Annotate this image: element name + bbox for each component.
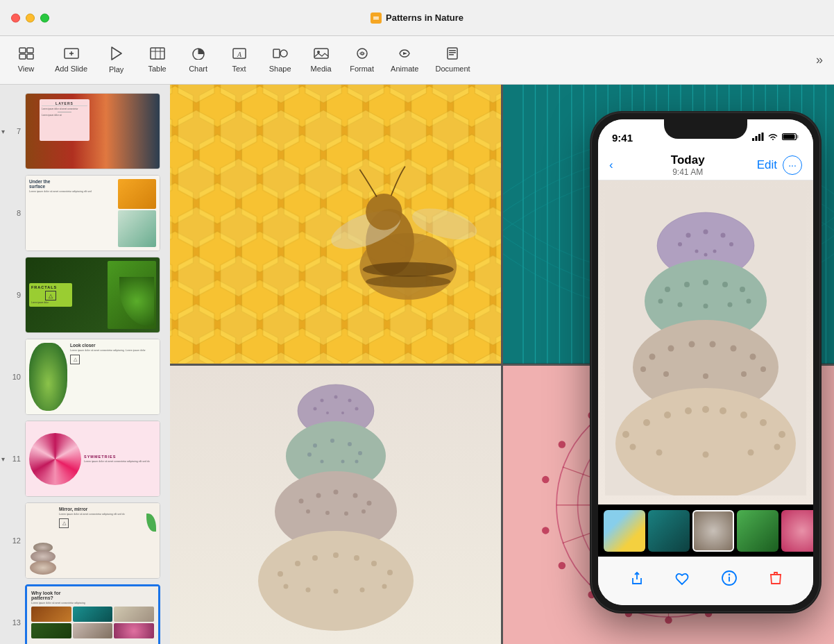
toolbar-text[interactable]: A Text xyxy=(220,43,258,77)
svg-point-175 xyxy=(704,229,708,234)
maximize-button[interactable] xyxy=(40,13,49,22)
svg-point-180 xyxy=(713,249,717,253)
slide-thumb-10[interactable]: Look closer Lorem ipsum dolor sit amet c… xyxy=(25,339,160,415)
svg-rect-27 xyxy=(449,50,456,51)
collapse-arrow-7[interactable]: ▾ xyxy=(1,128,5,135)
thumb-4[interactable] xyxy=(737,510,778,552)
toolbar-play[interactable]: Play xyxy=(97,42,135,78)
svg-point-214 xyxy=(778,431,785,438)
iphone-screen: 9:41 xyxy=(598,119,813,605)
title-bar: Patterns in Nature xyxy=(0,0,834,36)
svg-rect-6 xyxy=(27,54,33,59)
share-button[interactable] xyxy=(623,566,648,591)
slide-thumb-13[interactable]: Why look forpatterns? Lorem ipsum dolor … xyxy=(25,584,160,644)
svg-point-183 xyxy=(665,287,670,292)
svg-point-194 xyxy=(649,353,656,359)
toolbar-chart[interactable]: Chart xyxy=(179,43,217,77)
slide-item-8[interactable]: 8 Under thesurface Lorem ipsum dolor sit… xyxy=(0,172,170,254)
svg-point-187 xyxy=(740,287,745,292)
svg-point-102 xyxy=(354,555,359,561)
svg-point-20 xyxy=(280,50,287,57)
svg-point-88 xyxy=(298,499,303,504)
svg-point-123 xyxy=(559,561,565,568)
svg-point-73 xyxy=(348,399,351,402)
delete-button[interactable] xyxy=(763,566,788,591)
toolbar-media-label: Media xyxy=(311,65,332,73)
svg-point-213 xyxy=(760,419,767,426)
iphone-frame: 9:41 xyxy=(591,112,820,612)
play-icon xyxy=(110,46,123,64)
window-title-area: Patterns in Nature xyxy=(371,12,463,24)
svg-point-205 xyxy=(615,388,796,495)
canvas-area[interactable]: 9:41 xyxy=(170,85,834,644)
more-button[interactable]: ··· xyxy=(783,155,802,175)
svg-rect-0 xyxy=(372,14,380,22)
slide-item-10[interactable]: 10 Look closer Lorem ipsum dolor sit ame… xyxy=(0,336,170,418)
svg-rect-166 xyxy=(758,134,760,141)
toolbar-chart-label: Chart xyxy=(189,65,207,73)
toolbar-document[interactable]: Document xyxy=(428,43,477,77)
svg-point-41 xyxy=(366,194,402,230)
slide-item-9[interactable]: 9 FRACTALS △ Lorem ipsum dolor xyxy=(0,254,170,336)
slide-thumb-8[interactable]: Under thesurface Lorem ipsum dolor sit a… xyxy=(25,175,160,251)
svg-point-212 xyxy=(740,412,747,418)
back-button[interactable]: ‹ xyxy=(609,158,613,172)
svg-point-203 xyxy=(741,371,747,377)
photos-date: Today 9:41 AM xyxy=(619,153,757,177)
info-button[interactable] xyxy=(717,566,742,591)
svg-rect-11 xyxy=(151,48,164,59)
svg-rect-26 xyxy=(448,48,457,59)
animate-icon xyxy=(397,47,412,63)
svg-point-104 xyxy=(387,570,393,575)
svg-point-181 xyxy=(704,253,708,256)
slide-item-11[interactable]: ▾ 11 SYMMETRIES Lorem ipsum dolor sit am… xyxy=(0,418,170,500)
toolbar-view[interactable]: View xyxy=(7,43,45,77)
svg-point-103 xyxy=(371,561,377,566)
toolbar-animate[interactable]: Animate xyxy=(384,43,425,77)
svg-point-217 xyxy=(703,451,709,457)
shape-icon xyxy=(273,47,288,63)
collapse-arrow-11[interactable]: ▾ xyxy=(1,455,5,463)
svg-point-222 xyxy=(729,574,729,575)
toolbar-view-label: View xyxy=(18,65,35,73)
svg-point-106 xyxy=(305,588,310,593)
thumb-1[interactable] xyxy=(604,510,645,552)
svg-point-191 xyxy=(728,302,733,307)
slide-thumb-11[interactable]: SYMMETRIES Lorem ipsum dolor sit amet co… xyxy=(25,421,160,497)
svg-point-76 xyxy=(326,412,329,414)
svg-point-71 xyxy=(320,399,323,402)
thumb-5[interactable] xyxy=(781,510,813,552)
svg-point-176 xyxy=(721,232,726,237)
thumb-3[interactable] xyxy=(692,510,734,552)
toolbar-media[interactable]: Media xyxy=(302,43,340,77)
slide-thumb-7[interactable]: LAYERS Lorem ipsum dolor sit amet consec… xyxy=(25,93,160,169)
slide-item-7[interactable]: ▾ 7 LAYERS Lorem ipsum dolor sit amet co… xyxy=(0,90,170,172)
status-icons xyxy=(752,132,799,143)
close-button[interactable] xyxy=(11,13,20,22)
favorite-button[interactable] xyxy=(670,566,695,591)
edit-button[interactable]: Edit xyxy=(757,158,777,172)
svg-point-101 xyxy=(333,552,339,558)
svg-point-216 xyxy=(656,449,663,455)
svg-point-72 xyxy=(334,396,337,399)
slide-item-13[interactable]: 13 Why look forpatterns? Lorem ipsum dol… xyxy=(0,582,170,644)
slide-thumb-12[interactable]: Mirror, mirror Lorem ipsum dolor sit ame… xyxy=(25,502,160,579)
toolbar-add-slide[interactable]: Add Slide xyxy=(48,43,94,77)
slide-item-12[interactable]: 12 Mirror, mirror Lorem ipsum dolor sit … xyxy=(0,500,170,582)
svg-point-186 xyxy=(722,282,728,287)
minimize-button[interactable] xyxy=(26,13,35,22)
svg-point-79 xyxy=(313,443,317,448)
svg-point-197 xyxy=(710,341,716,347)
svg-point-107 xyxy=(333,589,338,594)
app-icon xyxy=(371,12,382,24)
toolbar-more-button[interactable]: » xyxy=(812,49,827,71)
toolbar-format[interactable]: Format xyxy=(343,43,381,77)
thumb-2[interactable] xyxy=(648,510,690,552)
traffic-lights xyxy=(11,13,49,22)
svg-point-178 xyxy=(678,242,682,246)
slide-thumb-9[interactable]: FRACTALS △ Lorem ipsum dolor xyxy=(25,257,160,333)
toolbar-shape[interactable]: Shape xyxy=(261,43,299,77)
toolbar-table[interactable]: Table xyxy=(138,43,176,77)
svg-point-200 xyxy=(640,366,646,372)
photos-content xyxy=(598,180,813,605)
